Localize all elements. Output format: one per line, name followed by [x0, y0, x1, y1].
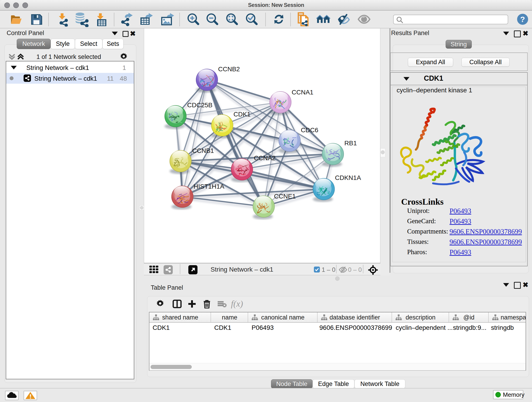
- svg-text:CDC6: CDC6: [301, 127, 318, 134]
- svg-text:CDKN1A: CDKN1A: [335, 174, 361, 181]
- svg-text:CCNB1: CCNB1: [192, 147, 214, 154]
- svg-text:CDC25B: CDC25B: [187, 102, 212, 109]
- svg-text:CCNB2: CCNB2: [218, 65, 240, 73]
- svg-text:CCNE1: CCNE1: [274, 193, 296, 200]
- svg-text:CCNA1: CCNA1: [292, 89, 313, 96]
- svg-text:CCNA2: CCNA2: [254, 154, 276, 162]
- svg-text:HIST1H1A: HIST1H1A: [194, 183, 224, 190]
- svg-text:RB1: RB1: [344, 140, 357, 147]
- svg-text:CDK1: CDK1: [234, 111, 251, 118]
